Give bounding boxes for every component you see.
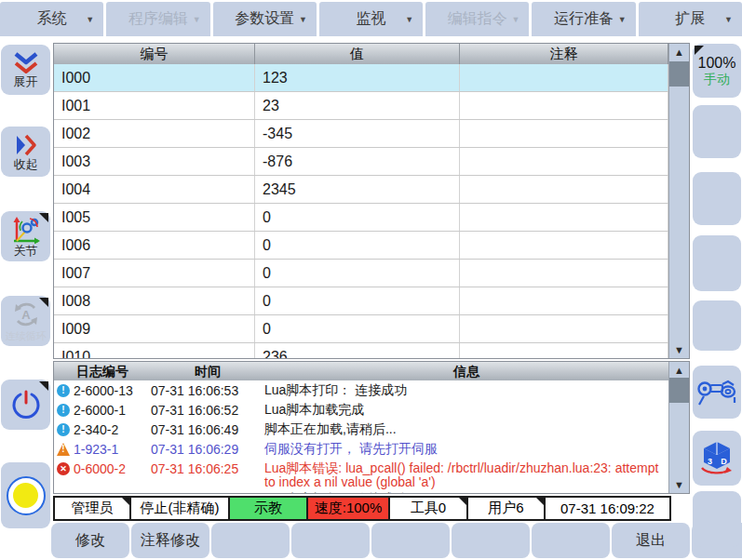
function-button[interactable]: [452, 523, 530, 558]
table-row[interactable]: I008 0: [54, 287, 668, 315]
menu-item[interactable]: 监视 ▼: [319, 2, 423, 36]
table-row[interactable]: I002 -345: [54, 120, 668, 148]
menu-bar: 系统 ▼ 程序编辑 ▼ 参数设置 ▼ 监视 ▼ 编辑指令 ▼: [0, 0, 742, 37]
empty-side-button[interactable]: [693, 235, 741, 291]
jog-speed-value: 100%: [698, 55, 736, 72]
collapse-label: 收起: [14, 157, 38, 171]
variable-table: 编号 值 注释 I000 123 I001 23 I002: [53, 43, 690, 359]
log-row[interactable]: 2-6000-1 07-31 16:06:52 Lua脚本加载完成: [54, 400, 668, 420]
function-button[interactable]: 注释修改: [131, 523, 209, 558]
scroll-down-icon[interactable]: ▼: [669, 341, 689, 358]
joint-coordinate-button[interactable]: 关节: [1, 211, 50, 261]
scroll-down-icon[interactable]: ▼: [669, 476, 689, 493]
teach-pendant-icon: [696, 377, 737, 408]
empty-side-button[interactable]: [693, 300, 741, 351]
table-row[interactable]: I007 0: [54, 260, 668, 287]
log-level-icon: [57, 462, 70, 475]
function-button[interactable]: 退出: [612, 523, 690, 558]
log-row[interactable]: 2-6000-13 07-31 16:06:11 Lua脚本打印： 连接成功: [54, 489, 668, 493]
continuous-loop-button[interactable]: A 连续循环: [1, 296, 50, 346]
table-row[interactable]: I003 -876: [54, 148, 668, 176]
log-time: 07-31 16:06:49: [151, 420, 264, 437]
joint-label: 关节: [14, 244, 38, 258]
scroll-up-icon[interactable]: ▲: [669, 362, 689, 379]
tool-frame-cell[interactable]: 工具0: [388, 496, 468, 521]
log-table-body: 2-6000-13 07-31 16:06:53 Lua脚本打印： 连接成功 2…: [54, 380, 668, 493]
log-row[interactable]: 2-6000-13 07-31 16:06:53 Lua脚本打印： 连接成功: [54, 380, 668, 400]
var-id: I004: [54, 176, 255, 203]
function-button[interactable]: [291, 523, 370, 558]
collapse-button[interactable]: 收起: [1, 127, 50, 177]
table-row[interactable]: I004 2345: [54, 176, 668, 204]
servo-indicator-icon: [7, 476, 46, 515]
empty-side-button[interactable]: [693, 491, 741, 547]
menu-item-label: 系统: [37, 9, 67, 29]
teach-mode-badge[interactable]: 示教: [228, 496, 308, 521]
expand-button[interactable]: 展开: [1, 45, 50, 95]
table-row[interactable]: I000 123: [54, 64, 668, 92]
menu-item[interactable]: 程序编辑 ▼: [106, 2, 209, 36]
log-row[interactable]: 0-6000-2 07-31 16:06:25 Lua脚本错误: lua_pca…: [54, 459, 668, 489]
user-level-cell[interactable]: 管理员: [53, 496, 131, 521]
log-message: Lua脚本加载完成: [264, 400, 668, 417]
log-level-icon: [57, 404, 70, 417]
servo-status-button[interactable]: [1, 462, 50, 528]
menu-item[interactable]: 运行准备 ▼: [532, 2, 635, 36]
menu-item-label: 程序编辑: [128, 9, 188, 29]
var-value: 0: [255, 204, 460, 231]
empty-side-button[interactable]: [693, 172, 741, 225]
menu-item-label: 编辑指令: [448, 9, 507, 29]
function-button[interactable]: [371, 523, 450, 558]
function-button[interactable]: 修改: [51, 523, 129, 558]
teach-pendant-button[interactable]: [693, 366, 741, 419]
table-row[interactable]: I005 0: [54, 204, 668, 232]
menu-item[interactable]: 编辑指令 ▼: [425, 2, 529, 36]
variable-table-scrollbar[interactable]: ▲ ▼: [668, 44, 689, 358]
var-value: 0: [255, 232, 460, 259]
log-time: 07-31 16:06:11: [151, 489, 264, 493]
var-value: -876: [255, 148, 460, 175]
scroll-up-icon[interactable]: ▲: [669, 44, 689, 60]
menu-item[interactable]: 扩展 ▼: [639, 2, 742, 36]
log-scrollbar[interactable]: ▲ ▼: [668, 362, 689, 493]
table-row[interactable]: I001 23: [54, 92, 668, 120]
var-comment: [460, 64, 668, 91]
chevron-down-icon: ▼: [405, 15, 413, 24]
log-row[interactable]: 1-923-1 07-31 16:06:29 伺服没有打开， 请先打开伺服: [54, 439, 668, 459]
log-level-icon: [57, 443, 70, 456]
variable-table-header: 编号 值 注释: [54, 44, 689, 64]
jog-speed-mode-button[interactable]: 100% 手动: [693, 44, 741, 98]
col-header-id: 编号: [54, 44, 255, 64]
table-row[interactable]: I010 236: [54, 343, 668, 358]
col-header-message: 信息: [264, 362, 668, 380]
col-header-value: 值: [255, 44, 460, 64]
clock: 07-31 16:09:22: [544, 496, 671, 521]
empty-side-button[interactable]: [693, 105, 741, 158]
var-id: I003: [54, 148, 255, 175]
loop-arrows-icon: A: [10, 300, 42, 329]
scrollbar-thumb[interactable]: [669, 378, 689, 403]
svg-text:D: D: [721, 457, 727, 466]
3d-view-button[interactable]: 3 D: [693, 431, 741, 486]
log-row[interactable]: 2-340-2 07-31 16:06:49 脚本正在加载,请稍后...: [54, 420, 668, 439]
menu-item[interactable]: 参数设置 ▼: [213, 2, 317, 36]
table-row[interactable]: I009 0: [54, 315, 668, 343]
var-id: I007: [54, 260, 255, 287]
var-value: 123: [255, 64, 460, 91]
function-button[interactable]: [532, 523, 610, 558]
log-message: Lua脚本打印： 连接成功: [264, 380, 668, 397]
scrollbar-thumb[interactable]: [669, 61, 689, 87]
var-comment: [460, 120, 668, 147]
log-message: Lua脚本错误: lua_pcall() failed: /rbctrl/lua…: [264, 459, 668, 489]
bottom-button-bar: 修改 注释修改: [51, 523, 742, 558]
speed-badge[interactable]: 速度:100%: [306, 496, 390, 521]
power-button[interactable]: [1, 380, 50, 430]
menu-item[interactable]: 系统 ▼: [0, 2, 103, 36]
var-value: 2345: [255, 176, 460, 203]
menu-item-label: 参数设置: [235, 9, 294, 29]
function-button[interactable]: [211, 523, 290, 558]
joint-axes-robot-icon: [11, 216, 41, 244]
user-frame-cell[interactable]: 用户6: [466, 496, 546, 521]
motion-state-cell[interactable]: 停止(非精确): [129, 496, 230, 521]
table-row[interactable]: I006 0: [54, 232, 668, 260]
